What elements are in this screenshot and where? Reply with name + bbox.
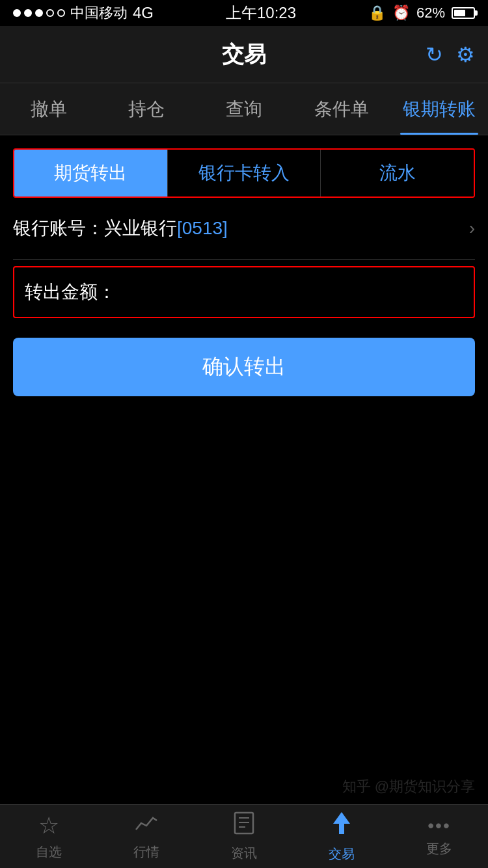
status-right: 🔒 ⏰ 62% [368, 5, 475, 21]
news-icon [234, 811, 254, 841]
favorites-label: 自选 [36, 843, 62, 861]
content-area: 银行账号：兴业银行[0513] › 转出金额： 确认转出 [0, 198, 488, 396]
sub-tabs: 期货转出 银行卡转入 流水 [13, 148, 475, 198]
dot5 [57, 9, 65, 17]
bottom-tab-news[interactable]: 资讯 [195, 805, 293, 868]
status-left: 中国移动 4G [13, 3, 154, 23]
carrier-label: 中国移动 [70, 3, 128, 23]
confirm-button[interactable]: 确认转出 [13, 338, 475, 396]
amount-label: 转出金额： [25, 280, 116, 305]
bottom-tab-more[interactable]: ••• 更多 [390, 805, 488, 868]
dot3 [35, 9, 43, 17]
amount-row: 转出金额： [13, 266, 475, 318]
more-label: 更多 [426, 840, 452, 858]
tab-position[interactable]: 持仓 [98, 83, 195, 135]
dot2 [24, 9, 32, 17]
battery-label: 62% [416, 5, 445, 21]
news-label: 资讯 [231, 845, 257, 862]
refresh-icon[interactable]: ↻ [426, 42, 443, 67]
sub-tab-futures-out[interactable]: 期货转出 [14, 150, 168, 197]
alarm-icon: ⏰ [392, 5, 410, 21]
trade-icon [332, 811, 351, 841]
amount-input[interactable] [116, 282, 474, 303]
header: 交易 ↻ ⚙ [0, 26, 488, 83]
header-icons: ↻ ⚙ [426, 42, 475, 67]
tab-cancel[interactable]: 撤单 [0, 83, 98, 135]
svg-marker-4 [333, 812, 350, 834]
dot1 [13, 9, 21, 17]
dot4 [46, 9, 54, 17]
lock-icon: 🔒 [368, 5, 386, 21]
network-label: 4G [133, 4, 154, 22]
bank-account-highlight: [0513] [177, 218, 228, 238]
sub-tab-bank-in[interactable]: 银行卡转入 [168, 150, 321, 197]
tab-condition[interactable]: 条件单 [293, 83, 390, 135]
more-icon: ••• [427, 815, 450, 836]
bottom-tab-market[interactable]: 行情 [98, 805, 195, 868]
signal-dots [13, 9, 65, 17]
market-icon [135, 812, 158, 839]
chevron-right-icon: › [469, 218, 475, 239]
bottom-tab-favorites[interactable]: ☆ 自选 [0, 805, 98, 868]
bank-account-label: 银行账号：兴业银行[0513] [13, 216, 228, 241]
nav-tabs: 撤单 持仓 查询 条件单 银期转账 [0, 83, 488, 135]
watermark: 知乎 @期货知识分享 [342, 777, 475, 796]
bottom-tab-bar: ☆ 自选 行情 资讯 交易 ••• 更多 [0, 804, 488, 868]
bottom-tab-trade[interactable]: 交易 [293, 805, 390, 868]
tab-transfer[interactable]: 银期转账 [390, 83, 488, 135]
favorites-icon: ☆ [38, 812, 59, 839]
settings-icon[interactable]: ⚙ [456, 42, 475, 67]
market-label: 行情 [133, 843, 159, 861]
battery-fill [454, 10, 465, 16]
battery-icon [452, 7, 475, 19]
sub-tab-flow[interactable]: 流水 [321, 150, 474, 197]
tab-query[interactable]: 查询 [195, 83, 293, 135]
trade-label: 交易 [329, 845, 355, 863]
status-time: 上午10:23 [226, 3, 296, 23]
bank-account-row[interactable]: 银行账号：兴业银行[0513] › [13, 198, 475, 260]
page-title: 交易 [222, 40, 266, 70]
status-bar: 中国移动 4G 上午10:23 🔒 ⏰ 62% [0, 0, 488, 26]
